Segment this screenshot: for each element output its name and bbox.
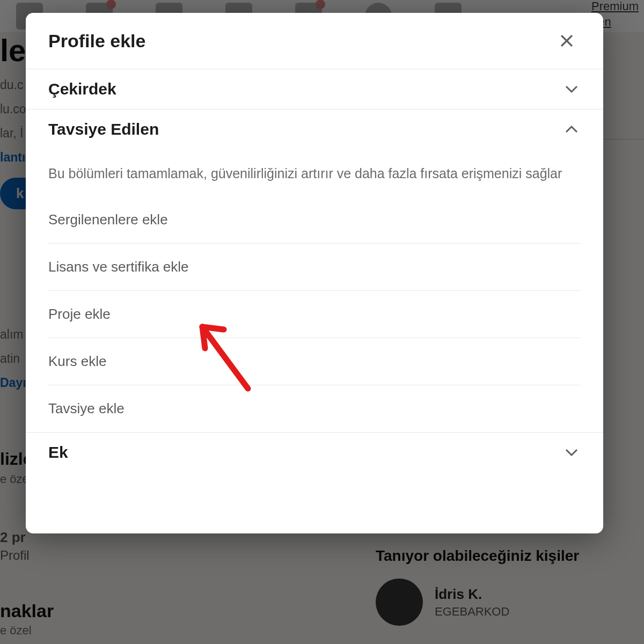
accordion-core: Çekirdek [26, 69, 603, 109]
accordion-recommended-header[interactable]: Tavsiye Edilen [26, 109, 603, 149]
chevron-down-icon [562, 443, 581, 462]
accordion-additional-title: Ek [48, 443, 68, 462]
recommended-description: Bu bölümleri tamamlamak, güvenilirliğini… [48, 149, 581, 189]
add-profile-section-modal: Profile ekle Çekirdek Tavsiye Edilen Bu … [26, 13, 603, 533]
chevron-up-icon [562, 120, 581, 138]
modal-header: Profile ekle [26, 13, 603, 69]
chevron-down-icon [562, 80, 581, 98]
accordion-additional-header[interactable]: Ek [26, 432, 603, 472]
option-add-project[interactable]: Proje ekle [48, 290, 581, 338]
accordion-additional: Ek [26, 432, 603, 472]
accordion-recommended: Tavsiye Edilen Bu bölümleri tamamlamak, … [26, 109, 603, 432]
accordion-core-title: Çekirdek [48, 80, 116, 98]
modal-title: Profile ekle [48, 31, 145, 52]
accordion-recommended-body: Bu bölümleri tamamlamak, güvenilirliğini… [26, 149, 603, 432]
option-add-license-cert[interactable]: Lisans ve sertifika ekle [48, 243, 581, 290]
accordion-recommended-title: Tavsiye Edilen [48, 120, 159, 138]
option-add-recommendation[interactable]: Tavsiye ekle [48, 385, 581, 432]
accordion-core-header[interactable]: Çekirdek [26, 69, 603, 109]
recommended-options: Sergilenenlere ekle Lisans ve sertifika … [48, 196, 581, 432]
close-button[interactable] [553, 27, 581, 55]
close-icon [558, 32, 576, 50]
option-add-course[interactable]: Kurs ekle [48, 338, 581, 385]
option-add-featured[interactable]: Sergilenenlere ekle [48, 196, 581, 243]
